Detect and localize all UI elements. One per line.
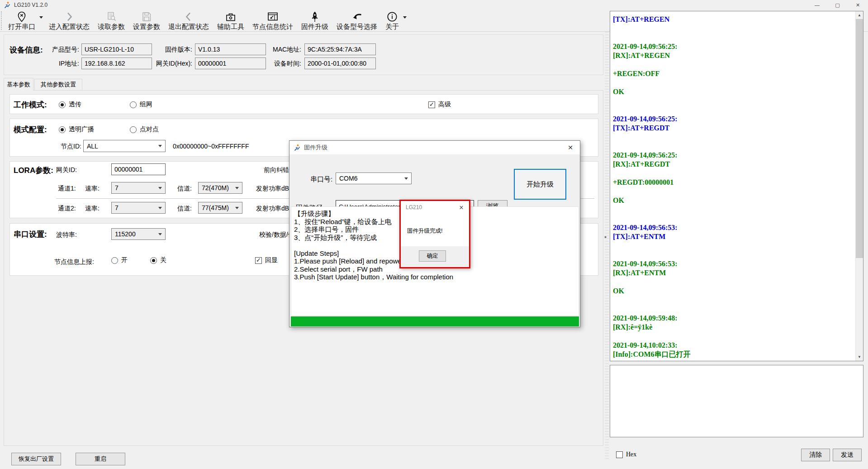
channel1-rate-select[interactable]: 7: [111, 182, 166, 194]
caret-down-icon: [158, 187, 162, 189]
lora-gateway-id-input[interactable]: 00000001: [111, 163, 166, 175]
channel1-rate-label: 速率:: [85, 185, 100, 193]
factory-reset-button[interactable]: 恢复出厂设置: [11, 453, 61, 465]
log-line: [RX]:ê=ÿ1kè: [613, 323, 854, 332]
channel1-chan-value: 72(470M): [202, 184, 229, 191]
node-report-off-option[interactable]: 关: [150, 256, 166, 264]
scroll-up-icon[interactable]: ▲: [856, 11, 863, 19]
serial-port-pin-icon: [16, 11, 28, 23]
log-line: [613, 205, 854, 214]
toolbar-node-stats-label: 节点信息统计: [252, 23, 293, 30]
toolbar-node-stats-button[interactable]: 节点信息统计: [248, 10, 297, 31]
caret-down-icon: [235, 187, 239, 189]
radio-unselected-icon[interactable]: [130, 101, 137, 108]
hex-checkbox-option[interactable]: Hex: [616, 451, 636, 458]
about-dropdown[interactable]: [403, 10, 408, 31]
toolbox-icon: [225, 11, 237, 23]
radio-selected-icon[interactable]: [59, 126, 66, 133]
send-input-area[interactable]: [610, 365, 863, 437]
start-upgrade-button[interactable]: 开始升级: [514, 169, 566, 200]
log-line: [613, 33, 854, 42]
baud-value: 115200: [115, 230, 136, 238]
toolbar-open-serial-label: 打开串口: [8, 23, 35, 30]
checkbox-checked-icon[interactable]: [255, 257, 262, 264]
channel2-rate-label: 速率:: [85, 205, 100, 213]
minimize-button[interactable]: —: [807, 0, 827, 10]
scroll-thumb[interactable]: [856, 19, 863, 258]
log-line: [613, 332, 854, 341]
channel1-rate-value: 7: [115, 184, 119, 191]
channel2-chan-select[interactable]: 77(475M): [198, 202, 242, 214]
checkbox-unchecked-icon[interactable]: [616, 451, 623, 458]
work-mode-network-option[interactable]: 组网: [130, 100, 152, 109]
radio-unselected-icon[interactable]: [130, 126, 137, 133]
log-line: [613, 133, 854, 142]
log-line: [613, 24, 854, 33]
log-panel[interactable]: [TX]:AT+REGEN 2021-09-14,09:56:25:[RX]:A…: [610, 11, 863, 361]
caret-down-icon: [158, 207, 162, 209]
maximize-button[interactable]: ▢: [827, 0, 848, 10]
toolbar-device-model-button[interactable]: 设备型号选择: [332, 10, 381, 31]
toolbar-open-serial-button[interactable]: 打开串口: [4, 10, 39, 31]
msgbox-ok-button[interactable]: 确定: [419, 250, 446, 262]
splitter-collapse-icon[interactable]: ▸: [605, 234, 607, 239]
window-title: LG210 V1.2.0: [14, 2, 47, 8]
radio-selected-icon[interactable]: [150, 257, 157, 264]
msgbox-message: 固件升级完成!: [407, 227, 442, 235]
log-line: [613, 250, 854, 259]
work-mode-transparent-option[interactable]: 透传: [59, 100, 81, 109]
radio-selected-icon[interactable]: [59, 101, 66, 108]
close-button[interactable]: ✕: [848, 0, 868, 10]
panel-splitter[interactable]: [605, 32, 609, 459]
advanced-checkbox-option[interactable]: 高级: [428, 100, 451, 109]
tab-other-params[interactable]: 其他参数设置: [34, 79, 82, 91]
dialog-close-icon[interactable]: ✕: [561, 141, 580, 154]
caret-down-icon: [403, 16, 407, 19]
log-line: [613, 142, 854, 151]
toolbar-grip: [1, 11, 3, 30]
toolbar-exit-config-button[interactable]: 退出配置状态: [164, 10, 213, 31]
log-line: [613, 60, 854, 69]
clear-button[interactable]: 清除: [801, 449, 830, 461]
channel2-rate-select[interactable]: 7: [111, 202, 166, 214]
log-line: [613, 105, 854, 115]
restart-button[interactable]: 重启: [76, 453, 125, 465]
scroll-down-icon[interactable]: ▼: [856, 353, 863, 361]
send-button[interactable]: 发送: [833, 449, 862, 461]
log-line: +REGDT:00000001: [613, 178, 854, 187]
toolbar-firmware-upgrade-button[interactable]: 固件升级: [297, 10, 332, 31]
channel2-chan-value: 77(475M): [202, 204, 229, 211]
node-id-select[interactable]: ALL: [83, 140, 166, 152]
log-line: OK: [613, 87, 854, 96]
info-circle-icon: [386, 11, 398, 23]
toolbar-set-params-button[interactable]: 设置参数: [129, 10, 164, 31]
log-line: [613, 296, 854, 305]
toolbar-read-params-button[interactable]: 读取参数: [94, 10, 129, 31]
checkbox-checked-icon[interactable]: [428, 101, 435, 108]
mode-p2p-option[interactable]: 点对点: [130, 125, 159, 134]
echo-checkbox-option[interactable]: 回显: [255, 256, 278, 264]
toolbar-about-button[interactable]: 关于: [381, 10, 403, 31]
channel1-chan-select[interactable]: 72(470M): [198, 182, 242, 194]
com-port-select[interactable]: COM6: [336, 172, 412, 184]
node-report-off-label: 关: [160, 256, 166, 264]
node-report-on-option[interactable]: 开: [111, 256, 128, 264]
node-report-on-label: 开: [121, 256, 128, 264]
log-line: [613, 78, 854, 87]
log-scrollbar[interactable]: ▲ ▼: [855, 11, 863, 361]
node-id-value: ALL: [87, 143, 98, 150]
log-line: 2021-09-14,09:56:53:: [613, 259, 854, 268]
tab-basic-params[interactable]: 基本参数: [4, 78, 33, 91]
mac-address-value[interactable]: 9C:A5:25:94:7A:3A: [304, 43, 376, 55]
device-time-value[interactable]: 2000-01-01,00:00:80: [304, 57, 376, 69]
radio-unselected-icon[interactable]: [111, 257, 118, 264]
msgbox-close-icon[interactable]: ✕: [456, 203, 466, 212]
mode-broadcast-option[interactable]: 透明广播: [59, 125, 94, 134]
stats-window-icon: [267, 11, 279, 23]
step-en-3: 3.Push [Start Update] button，Waiting for…: [294, 273, 579, 281]
device-info-group: 设备信息: 产品型号: USR-LG210-L-10 固件版本: V1.0.13…: [4, 34, 603, 75]
toolbar-aux-tools-button[interactable]: 辅助工具: [213, 10, 248, 31]
open-serial-dropdown[interactable]: [39, 10, 45, 31]
baud-select[interactable]: 115200: [111, 228, 166, 240]
toolbar-enter-config-button[interactable]: 进入配置状态: [45, 10, 94, 31]
